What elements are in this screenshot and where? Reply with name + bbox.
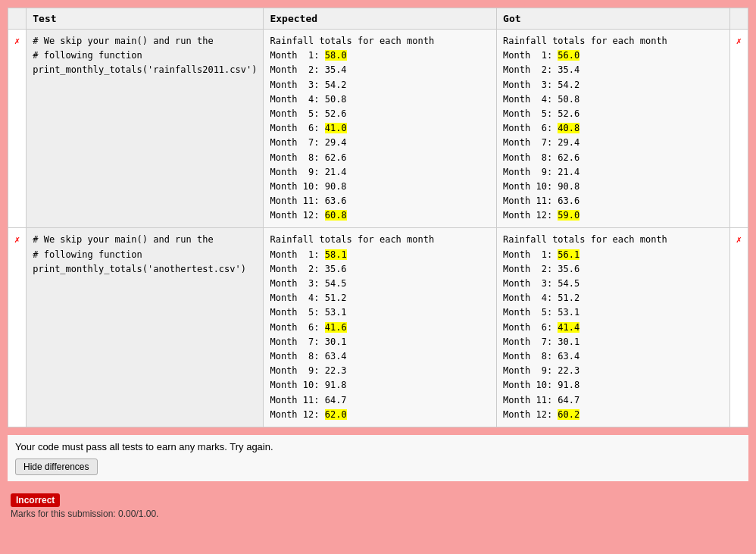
row-0-expected-highlight-1: 58.0 — [325, 50, 347, 61]
row-0-got: Rainfall totals for each month Month 1: … — [497, 30, 730, 228]
row-1-test: # We skip your main() and run the # foll… — [27, 228, 264, 427]
marks-text: Marks for this submission: 0.00/1.00. — [11, 509, 745, 519]
row-0-got-highlight-1: 56.0 — [558, 50, 579, 61]
row-1-expected-highlight-12: 62.0 — [325, 409, 347, 420]
row-1-icon-right: ✗ — [729, 228, 748, 427]
row-0-test: # We skip your main() and run the # foll… — [27, 30, 264, 228]
hide-differences-button[interactable]: Hide differences — [15, 459, 98, 475]
row-1-icon-left: ✗ — [8, 228, 27, 427]
row-0-expected: Rainfall totals for each month Month 1: … — [264, 30, 497, 228]
bottom-area: Incorrect Marks for this submission: 0.0… — [8, 484, 748, 522]
col-header-icon1 — [8, 8, 27, 30]
message-area: Your code must pass all tests to earn an… — [8, 435, 748, 481]
col-header-icon2 — [729, 8, 748, 30]
row-1-got: Rainfall totals for each month Month 1: … — [497, 228, 730, 427]
results-table: Test Expected Got ✗# We skip your main()… — [8, 8, 748, 427]
row-1-got-highlight-12: 60.2 — [558, 409, 579, 420]
row-0-got-highlight-6: 40.8 — [558, 123, 579, 133]
col-header-got: Got — [497, 8, 730, 30]
row-0-expected-highlight-6: 41.0 — [325, 123, 347, 133]
row-0-icon-right: ✗ — [729, 30, 748, 228]
row-0-icon-left: ✗ — [8, 30, 27, 228]
row-1-expected-highlight-1: 58.1 — [325, 249, 347, 260]
col-header-expected: Expected — [264, 8, 497, 30]
outer-container: Test Expected Got ✗# We skip your main()… — [0, 0, 756, 554]
row-1-got-highlight-6: 41.4 — [558, 322, 579, 333]
row-1-expected: Rainfall totals for each month Month 1: … — [264, 228, 497, 427]
row-0-got-highlight-12: 59.0 — [558, 210, 579, 221]
col-header-test: Test — [27, 8, 264, 30]
row-0-expected-highlight-12: 60.8 — [325, 210, 347, 221]
incorrect-badge: Incorrect — [11, 493, 60, 507]
row-1-expected-highlight-6: 41.6 — [325, 322, 347, 333]
row-1-got-highlight-1: 56.1 — [558, 249, 579, 260]
try-again-message: Your code must pass all tests to earn an… — [15, 441, 741, 452]
